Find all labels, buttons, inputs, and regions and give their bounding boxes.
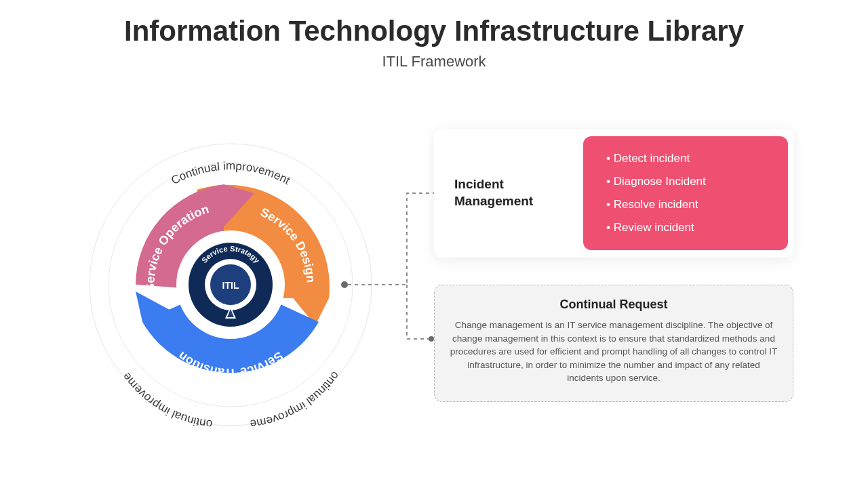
list-item: Detect incident <box>606 147 769 170</box>
page-subtitle: ITIL Framework <box>0 53 868 70</box>
list-item: Review incident <box>606 216 769 239</box>
card2-heading: Continual Request <box>450 298 778 312</box>
card1-heading: Incident Management <box>434 176 583 209</box>
svg-point-10 <box>429 336 434 342</box>
list-item: Diagnose Incident <box>606 170 769 193</box>
list-item: Resolve incident <box>606 193 769 216</box>
page-title: Information Technology Infrastructure Li… <box>0 15 868 47</box>
card2-body: Change management is an IT service manag… <box>450 319 778 385</box>
card1-list: Detect incident Diagnose Incident Resolv… <box>583 136 788 250</box>
core-center-label: ITIL <box>222 280 239 291</box>
continual-request-card: Continual Request Change management is a… <box>434 285 793 402</box>
incident-management-card: Incident Management Detect incident Diag… <box>434 129 793 258</box>
itil-cycle-diagram: Service Design Service Transition Servic… <box>61 115 400 454</box>
